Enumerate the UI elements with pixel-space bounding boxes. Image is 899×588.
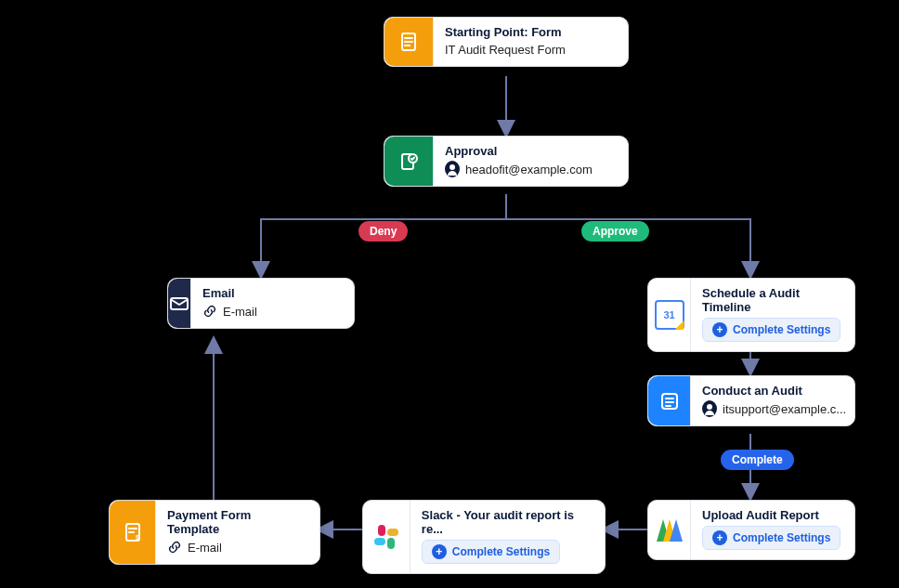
person-icon — [702, 401, 717, 416]
complete-settings-button[interactable]: + Complete Settings — [422, 540, 560, 564]
plus-icon: + — [712, 530, 727, 545]
google-drive-icon — [648, 501, 691, 559]
complete-settings-button[interactable]: + Complete Settings — [702, 318, 840, 342]
node-start-title: Starting Point: Form — [445, 25, 584, 39]
plus-icon: + — [432, 544, 447, 559]
person-icon — [445, 162, 460, 176]
node-conduct-assignee: itsupport@example.c... — [723, 402, 846, 416]
node-schedule-title: Schedule a Audit Timeline — [702, 286, 841, 314]
node-conduct[interactable]: Conduct an Audit itsupport@example.c... — [647, 375, 855, 426]
link-icon — [167, 540, 182, 555]
node-upload[interactable]: Upload Audit Report + Complete Settings — [647, 500, 855, 560]
document-icon — [384, 18, 434, 66]
node-slack[interactable]: Slack - Your audit report is re... + Com… — [362, 500, 606, 574]
workflow-canvas: Deny Approve Complete Starting Point: Fo… — [0, 0, 899, 588]
node-schedule[interactable]: Schedule a Audit Timeline + Complete Set… — [647, 278, 855, 352]
approve-badge: Approve — [581, 221, 649, 242]
node-slack-title: Slack - Your audit report is re... — [422, 508, 592, 536]
node-approval-title: Approval — [445, 144, 593, 158]
plus-icon: + — [712, 322, 727, 337]
node-approval-assignee: headofit@example.com — [465, 163, 593, 176]
node-payment-title: Payment Form Template — [167, 508, 306, 536]
link-icon — [202, 304, 217, 319]
node-upload-title: Upload Audit Report — [702, 508, 841, 522]
email-icon — [168, 279, 191, 328]
node-payment[interactable]: $ Payment Form Template E-mail — [109, 500, 320, 565]
node-approval[interactable]: Approval headofit@example.com — [384, 136, 629, 187]
payment-form-icon: $ — [110, 501, 156, 564]
slack-icon — [363, 501, 410, 573]
complete-settings-button[interactable]: + Complete Settings — [702, 526, 840, 550]
deny-badge: Deny — [358, 221, 408, 242]
checklist-icon — [648, 376, 691, 425]
node-email-link-label: E-mail — [223, 305, 257, 319]
svg-text:$: $ — [136, 533, 140, 542]
node-email-title: Email — [202, 286, 342, 300]
node-start-subtitle: IT Audit Request Form — [445, 43, 566, 57]
complete-badge: Complete — [721, 450, 794, 470]
node-start[interactable]: Starting Point: Form IT Audit Request Fo… — [384, 17, 629, 67]
node-conduct-title: Conduct an Audit — [702, 384, 841, 398]
node-payment-link-label: E-mail — [188, 541, 222, 555]
node-email[interactable]: Email E-mail — [167, 278, 355, 329]
approval-icon — [384, 137, 434, 186]
google-calendar-icon — [648, 279, 691, 351]
